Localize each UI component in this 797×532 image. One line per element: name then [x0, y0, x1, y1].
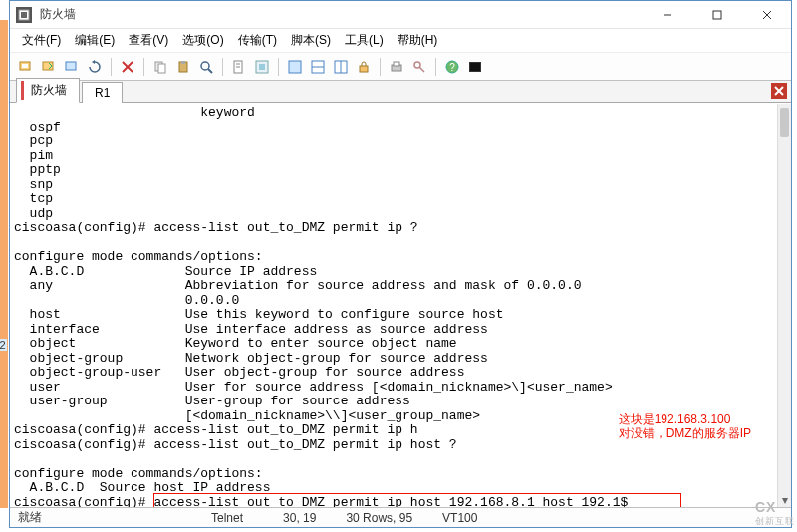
toolbar-help-icon[interactable]: ?: [442, 57, 462, 77]
toolbar-printer-icon[interactable]: [387, 57, 406, 77]
toolbar-view3-icon[interactable]: [331, 57, 351, 77]
window-title: 防火墙: [40, 6, 76, 23]
svg-line-17: [208, 69, 212, 73]
terminal-output[interactable]: keyword ospf pcp pim pptp snp tcp udp ci…: [10, 104, 777, 507]
toolbar-quickconnect-icon[interactable]: [39, 57, 59, 77]
svg-text:?: ?: [449, 62, 455, 73]
status-emulation: VT100: [442, 511, 477, 525]
minimize-button[interactable]: [652, 5, 683, 25]
svg-rect-3: [713, 11, 721, 19]
status-cursor: 30, 19: [283, 511, 316, 525]
svg-rect-13: [158, 64, 165, 73]
toolbar-key-icon[interactable]: [409, 57, 429, 77]
svg-rect-28: [360, 66, 368, 72]
svg-rect-36: [470, 63, 480, 71]
menu-edit[interactable]: 编辑(E): [69, 29, 121, 52]
toolbar-options-icon[interactable]: [252, 57, 272, 77]
menu-tool[interactable]: 工具(L): [339, 29, 390, 52]
menu-help[interactable]: 帮助(H): [392, 29, 444, 52]
svg-rect-1: [21, 12, 27, 18]
toolbar-sep: [380, 58, 381, 76]
toolbar-reconnect-icon[interactable]: [85, 57, 105, 77]
vertical-scrollbar[interactable]: ▾: [777, 104, 791, 507]
menu-script[interactable]: 脚本(S): [285, 29, 337, 52]
svg-rect-30: [394, 62, 399, 66]
toolbar-lock-icon[interactable]: [354, 57, 374, 77]
menu-file[interactable]: 文件(F): [16, 29, 67, 52]
toolbar: ?: [10, 53, 791, 81]
close-tab-button[interactable]: [771, 83, 787, 99]
menu-option[interactable]: 选项(O): [176, 29, 229, 52]
app-icon: [16, 7, 32, 23]
toolbar-sep: [143, 58, 144, 76]
status-dims: 30 Rows, 95: [346, 511, 412, 525]
status-protocol: Telnet: [211, 511, 243, 525]
tab-strip: 防火墙 R1: [10, 81, 791, 103]
tab-r1[interactable]: R1: [82, 82, 123, 103]
maximize-button[interactable]: [701, 5, 733, 25]
toolbar-sep: [222, 58, 223, 76]
svg-rect-23: [289, 61, 301, 73]
toolbar-props-icon[interactable]: [229, 57, 249, 77]
watermark: CX创新互联: [755, 499, 795, 528]
toolbar-sep: [278, 58, 279, 76]
scrollbar-thumb[interactable]: [780, 108, 789, 137]
svg-rect-7: [22, 64, 28, 68]
svg-point-16: [201, 62, 209, 70]
menu-bar: 文件(F) 编辑(E) 查看(V) 选项(O) 传输(T) 脚本(S) 工具(L…: [10, 29, 791, 53]
editor-gutter: 2: [0, 20, 8, 508]
toolbar-hosts-icon[interactable]: [62, 57, 82, 77]
toolbar-connect-icon[interactable]: [16, 57, 36, 77]
annotation-note: 这块是192.168.3.100 对没错，DMZ的服务器IP: [619, 412, 751, 440]
toolbar-disconnect-icon[interactable]: [118, 57, 137, 77]
toolbar-copy-icon[interactable]: [150, 57, 170, 77]
svg-rect-9: [66, 62, 76, 70]
toolbar-cmd-icon[interactable]: [465, 57, 485, 77]
toolbar-sep: [111, 58, 112, 76]
tab-firewall[interactable]: 防火墙: [16, 78, 80, 103]
toolbar-view2-icon[interactable]: [308, 57, 328, 77]
svg-line-32: [419, 67, 424, 72]
status-ready: 就绪: [18, 509, 42, 526]
toolbar-find-icon[interactable]: [196, 57, 216, 77]
status-bar: 就绪 Telnet 30, 19 30 Rows, 95 VT100: [10, 507, 791, 527]
menu-view[interactable]: 查看(V): [123, 29, 174, 52]
title-bar: 防火墙: [10, 1, 791, 29]
svg-rect-22: [259, 64, 265, 70]
close-button[interactable]: [751, 5, 783, 25]
svg-rect-15: [181, 61, 185, 64]
toolbar-paste-icon[interactable]: [173, 57, 193, 77]
toolbar-sep: [435, 58, 436, 76]
terminal-area: keyword ospf pcp pim pptp snp tcp udp ci…: [10, 103, 791, 507]
app-window: 防火墙 文件(F) 编辑(E) 查看(V) 选项(O) 传输(T) 脚本(S) …: [9, 0, 792, 528]
toolbar-view1-icon[interactable]: [285, 57, 305, 77]
menu-transfer[interactable]: 传输(T): [232, 29, 283, 52]
